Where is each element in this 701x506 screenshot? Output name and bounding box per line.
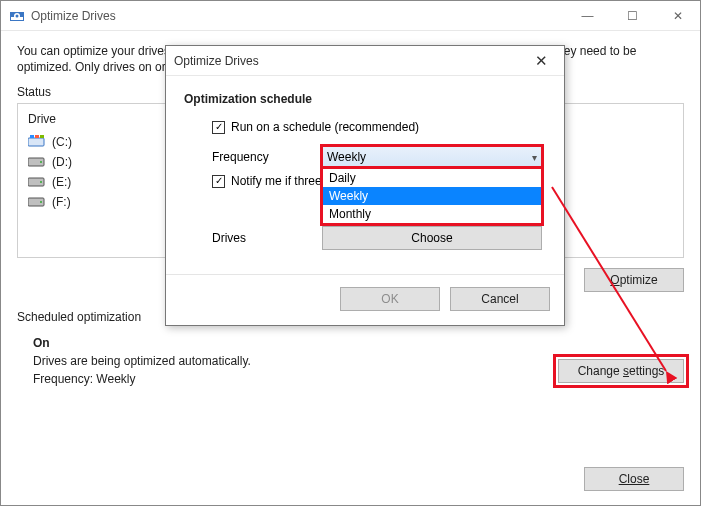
dialog-title: Optimize Drives <box>174 54 526 68</box>
drive-label: (F:) <box>52 195 71 209</box>
dialog-close-button[interactable]: ✕ <box>526 52 556 70</box>
schedule-dialog: Optimize Drives ✕ Optimization schedule … <box>165 45 565 326</box>
checkbox-icon: ✓ <box>212 175 225 188</box>
run-schedule-checkbox-row[interactable]: ✓ Run on a schedule (recommended) <box>212 120 546 134</box>
ok-button[interactable]: OK <box>340 287 440 311</box>
svg-rect-5 <box>30 135 34 138</box>
close-button-label: Close <box>619 472 650 486</box>
run-schedule-label: Run on a schedule (recommended) <box>231 120 419 134</box>
drive-label: (E:) <box>52 175 71 189</box>
svg-point-13 <box>40 201 42 203</box>
maximize-button[interactable]: ☐ <box>610 2 655 30</box>
svg-rect-7 <box>40 135 44 138</box>
drives-label: Drives <box>212 231 322 245</box>
dialog-titlebar: Optimize Drives ✕ <box>166 46 564 76</box>
optimize-button[interactable]: Optimize <box>584 268 684 292</box>
svg-rect-4 <box>28 138 44 146</box>
outer-titlebar: Optimize Drives — ☐ ✕ <box>1 1 700 31</box>
drive-label: (C:) <box>52 135 72 149</box>
frequency-select[interactable]: Weekly ▾ <box>322 146 542 168</box>
app-icon <box>9 8 25 24</box>
option-daily[interactable]: Daily <box>323 169 541 187</box>
option-monthly[interactable]: Monthly <box>323 205 541 223</box>
svg-point-3 <box>16 14 19 17</box>
hdd-icon <box>28 155 46 169</box>
choose-drives-button[interactable]: Choose <box>322 226 542 250</box>
dialog-heading: Optimization schedule <box>184 92 546 106</box>
frequency-label: Frequency <box>212 146 322 164</box>
cancel-button[interactable]: Cancel <box>450 287 550 311</box>
svg-rect-6 <box>35 135 39 138</box>
drive-label: (D:) <box>52 155 72 169</box>
chevron-down-icon: ▾ <box>532 152 537 163</box>
hdd-icon <box>28 195 46 209</box>
close-window-button[interactable]: ✕ <box>655 2 700 30</box>
close-button[interactable]: Close <box>584 467 684 491</box>
os-drive-icon <box>28 135 46 149</box>
svg-point-11 <box>40 181 42 183</box>
change-settings-button[interactable]: Change settings <box>558 359 684 383</box>
hdd-icon <box>28 175 46 189</box>
svg-point-9 <box>40 161 42 163</box>
window-title: Optimize Drives <box>31 9 565 23</box>
minimize-button[interactable]: — <box>565 2 610 30</box>
frequency-dropdown: Daily Weekly Monthly <box>322 168 542 224</box>
frequency-value: Weekly <box>327 150 532 164</box>
option-weekly[interactable]: Weekly <box>323 187 541 205</box>
scheduled-state: On <box>33 336 684 350</box>
checkbox-icon: ✓ <box>212 121 225 134</box>
